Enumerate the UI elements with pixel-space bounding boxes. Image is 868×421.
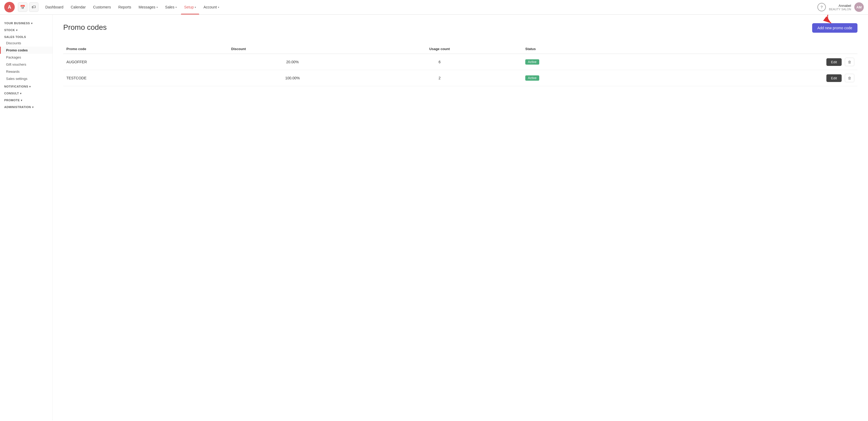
tag-quick-btn[interactable]: 🏷 xyxy=(29,2,38,12)
sidebar-section-administration[interactable]: ADMINISTRATION ▾ xyxy=(0,103,53,110)
promo-code-cell: TESTCODE xyxy=(63,70,228,86)
account-chevron-icon: ▾ xyxy=(218,6,219,9)
table-row: TESTCODE 100.00% 2 Active xyxy=(63,70,858,86)
page-header-row: Promo codes Add new promo code xyxy=(63,23,858,38)
main-layout: YOUR BUSINESS ▾ STOCK ▾ SALES TOOLS Disc… xyxy=(0,15,868,420)
sidebar-section-notifications[interactable]: NOTIFICATIONS ▾ xyxy=(0,82,53,89)
promo-code-cell: AUGOFFER xyxy=(63,54,228,70)
logo[interactable]: A xyxy=(4,2,15,12)
user-info: Annabel Beauty Salon xyxy=(829,4,851,11)
sidebar-item-discounts[interactable]: Discounts xyxy=(0,39,53,47)
col-discount: Discount xyxy=(228,44,357,54)
sales-chevron-icon: ▾ xyxy=(176,6,177,9)
action-cell: Edit 🗑 xyxy=(646,70,858,86)
calendar-quick-btn[interactable]: 📅 xyxy=(18,2,27,12)
nav-account[interactable]: Account ▾ xyxy=(200,3,222,11)
messages-chevron-icon: ▾ xyxy=(156,6,158,9)
action-buttons: Edit 🗑 xyxy=(649,74,854,82)
delete-button-row-2[interactable]: 🗑 xyxy=(845,74,854,82)
notifications-chevron-icon: ▾ xyxy=(29,85,31,88)
col-usage-count: Usage count xyxy=(357,44,522,54)
usage-count-cell: 6 xyxy=(357,54,522,70)
edit-button-row-1[interactable]: Edit xyxy=(826,58,842,66)
help-button[interactable]: ? xyxy=(817,3,826,11)
nav-items: Dashboard Calendar Customers Reports Mes… xyxy=(42,3,817,11)
nav-setup[interactable]: Setup ▾ xyxy=(181,3,199,11)
setup-chevron-icon: ▾ xyxy=(195,6,196,9)
nav-dashboard[interactable]: Dashboard xyxy=(42,3,67,11)
consult-chevron-icon: ▾ xyxy=(20,92,22,95)
edit-button-row-2[interactable]: Edit xyxy=(826,74,842,82)
col-promo-code: Promo code xyxy=(63,44,228,54)
nav-right: ? Annabel Beauty Salon AM xyxy=(817,2,864,12)
sidebar-item-rewards[interactable]: Rewards xyxy=(0,68,53,75)
sidebar-item-gift-vouchers[interactable]: Gift vouchers xyxy=(0,61,53,68)
table-row: AUGOFFER 20.00% 6 Active xyxy=(63,54,858,70)
nav-reports[interactable]: Reports xyxy=(115,3,134,11)
sidebar-section-promote[interactable]: PROMOTE ▾ xyxy=(0,96,53,103)
promote-chevron-icon: ▾ xyxy=(21,99,22,102)
nav-calendar[interactable]: Calendar xyxy=(68,3,89,11)
sidebar-section-sales-tools: SALES TOOLS xyxy=(0,33,53,39)
top-navigation: A 📅 🏷 Dashboard Calendar Customers Repor… xyxy=(0,0,868,15)
page-title: Promo codes xyxy=(63,23,107,32)
status-badge: Active xyxy=(525,59,539,65)
sidebar-item-packages[interactable]: Packages xyxy=(0,54,53,61)
user-salon: Beauty Salon xyxy=(829,8,851,11)
user-name: Annabel xyxy=(829,4,851,8)
stock-chevron-icon: ▾ xyxy=(16,29,18,32)
status-cell: Active xyxy=(522,70,646,86)
table-header-row: Promo code Discount Usage count Status xyxy=(63,44,858,54)
nav-sales[interactable]: Sales ▾ xyxy=(162,3,180,11)
sidebar-item-sales-settings[interactable]: Sales settings xyxy=(0,75,53,82)
status-badge: Active xyxy=(525,76,539,81)
sidebar-item-promo-codes[interactable]: Promo codes xyxy=(0,47,53,54)
discount-cell: 100.00% xyxy=(228,70,357,86)
sidebar-section-consult[interactable]: CONSULT ▾ xyxy=(0,89,53,96)
sidebar-section-your-business[interactable]: YOUR BUSINESS ▾ xyxy=(0,19,53,26)
promo-codes-table: Promo code Discount Usage count Status xyxy=(63,44,858,86)
col-status: Status xyxy=(522,44,646,54)
avatar[interactable]: AM xyxy=(854,2,864,12)
table: Promo code Discount Usage count Status xyxy=(63,44,858,86)
usage-count-cell: 2 xyxy=(357,70,522,86)
status-cell: Active xyxy=(522,54,646,70)
nav-customers[interactable]: Customers xyxy=(90,3,114,11)
nav-messages[interactable]: Messages ▾ xyxy=(135,3,161,11)
add-new-promo-code-button[interactable]: Add new promo code xyxy=(812,23,858,33)
sidebar: YOUR BUSINESS ▾ STOCK ▾ SALES TOOLS Disc… xyxy=(0,15,53,420)
delete-button-row-1[interactable]: 🗑 xyxy=(845,58,854,66)
action-cell: Edit 🗑 xyxy=(646,54,858,70)
header-right: Add new promo code xyxy=(812,23,858,33)
administration-chevron-icon: ▾ xyxy=(32,106,34,109)
discount-cell: 20.00% xyxy=(228,54,357,70)
main-content: Promo codes Add new promo code xyxy=(53,15,868,420)
action-buttons: Edit 🗑 xyxy=(649,58,854,66)
sidebar-section-stock[interactable]: STOCK ▾ xyxy=(0,26,53,33)
col-actions xyxy=(646,44,858,54)
your-business-chevron-icon: ▾ xyxy=(31,22,33,25)
